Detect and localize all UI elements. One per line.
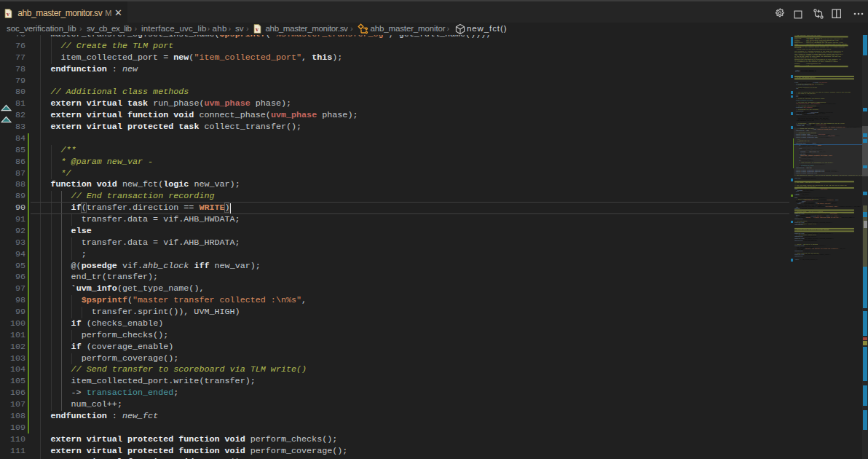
svg-text:v: v — [256, 26, 259, 33]
svg-text:v: v — [7, 10, 9, 17]
